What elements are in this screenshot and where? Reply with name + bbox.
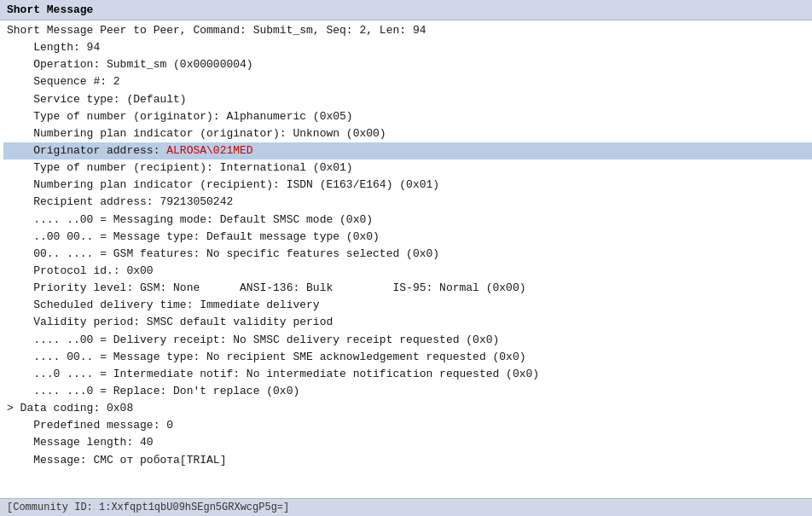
packet-line-npi-orig: Numbering plan indicator (originator): U… bbox=[3, 125, 812, 142]
packet-line-predef-msg: Predefined message: 0 bbox=[3, 417, 812, 434]
packet-line-gsm-feat: 00.. .... = GSM features: No specific fe… bbox=[3, 246, 812, 263]
packet-line-del-receipt: .... ..00 = Delivery receipt: No SMSC de… bbox=[3, 332, 812, 349]
packet-line-protocol: Protocol id.: 0x00 bbox=[3, 263, 812, 280]
packet-line-data-coding: > Data coding: 0x08 bbox=[3, 400, 812, 417]
packet-content: Short Message Peer to Peer, Command: Sub… bbox=[0, 20, 812, 471]
packet-line-peer-to-peer: Short Message Peer to Peer, Command: Sub… bbox=[3, 22, 812, 39]
packet-line-intermed: ...0 .... = Intermediate notif: No inter… bbox=[3, 366, 812, 383]
packet-line-msg-length: Message length: 40 bbox=[3, 434, 812, 451]
packet-line-msg-mode: .... ..00 = Messaging mode: Default SMSC… bbox=[3, 212, 812, 229]
packet-line-priority: Priority level: GSM: None ANSI-136: Bulk… bbox=[3, 280, 812, 297]
packet-line-recip-addr: Recipient address: 79213050242 bbox=[3, 194, 812, 211]
header-title: Short Message bbox=[7, 3, 93, 16]
main-container: Short Message Short Message Peer to Peer… bbox=[0, 0, 812, 516]
packet-line-ton-orig: Type of number (originator): Alphanumeri… bbox=[3, 108, 812, 125]
header-bar: Short Message bbox=[0, 0, 812, 20]
packet-line-length: Length: 94 bbox=[3, 39, 812, 56]
packet-line-ton-recip: Type of number (recipient): Internationa… bbox=[3, 159, 812, 177]
packet-line-msg-type2: .... 00.. = Message type: No recipient S… bbox=[3, 349, 812, 366]
packet-line-validity: Validity period: SMSC default validity p… bbox=[3, 314, 812, 331]
packet-line-npi-recip: Numbering plan indicator (recipient): IS… bbox=[3, 177, 812, 194]
packet-line-service-type: Service type: (Default) bbox=[3, 91, 812, 108]
community-id: [Community ID: 1:Xxfqpt1qbU09hSEgn5GRXwc… bbox=[7, 502, 289, 513]
packet-line-message: Message: CMC от робота[TRIAL] bbox=[3, 452, 812, 469]
packet-line-operation: Operation: Submit_sm (0x00000004) bbox=[3, 56, 812, 73]
packet-line-replace: .... ...0 = Replace: Don't replace (0x0) bbox=[3, 383, 812, 400]
packet-line-orig-addr: Originator address: ALROSA\021MED bbox=[3, 142, 812, 159]
packet-line-msg-type: ..00 00.. = Message type: Default messag… bbox=[3, 229, 812, 246]
footer-bar: [Community ID: 1:Xxfqpt1qbU09hSEgn5GRXwc… bbox=[0, 498, 812, 516]
packet-line-sequence: Sequence #: 2 bbox=[3, 73, 812, 90]
packet-line-sched-del: Scheduled delivery time: Immediate deliv… bbox=[3, 297, 812, 314]
